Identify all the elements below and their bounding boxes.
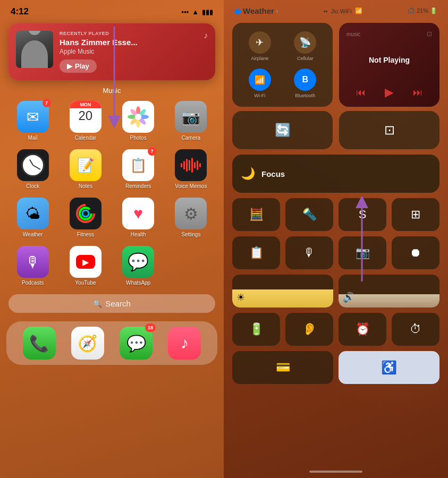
battery-icon: ▮▮▮ [202, 8, 213, 16]
play-button[interactable]: ▶ Play [60, 59, 97, 73]
cc-top-row: ✈ Airplane 📡 Cellular 📶 Wi-Fi B [232, 19, 439, 111]
app-item-podcasts[interactable]: 🎙 Podcasts [9, 246, 57, 286]
clock-hand-min [32, 165, 40, 170]
app-item-voicememos[interactable]: Voice Memos [167, 149, 215, 189]
np-next-btn[interactable]: ⏭ [413, 87, 422, 98]
hearing-icon: 👂 [302, 322, 317, 336]
clock-face [21, 153, 45, 177]
app-item-youtube[interactable]: ▶ YouTube [61, 246, 109, 286]
cc-status-bar: ◉ Weather › ▪▪ Jio WiFi 📶 🎧 21% 🔋 [232, 0, 439, 19]
calendar-label: Calendar [75, 135, 97, 141]
app-item-camera[interactable]: 📷 Camera [167, 101, 215, 141]
focus-label: Focus [261, 169, 285, 178]
podcasts-label: Podcasts [22, 280, 44, 286]
dock-app-music[interactable]: ♪ [168, 327, 201, 360]
calendar-day: 20 [79, 109, 93, 122]
cellular-circle: 📡 [294, 31, 316, 54]
app-item-notes[interactable]: 📝 Notes [61, 149, 109, 189]
location-label: Weather [243, 6, 274, 15]
airplane-btn[interactable]: ✈ Airplane [241, 31, 279, 61]
signal-icon: ▪▪▪ [181, 8, 189, 16]
focus-tile[interactable]: 🌙 Focus [232, 155, 439, 193]
app-item-settings[interactable]: ⚙ Settings [167, 198, 215, 237]
fitness-icon [70, 198, 102, 229]
rotation-icon: 🔄 [275, 123, 291, 138]
focus-moon-icon: 🌙 [241, 167, 255, 181]
accessibility-tile[interactable]: ♿ [339, 351, 439, 384]
mail-icon: ✉ 7 [17, 101, 49, 133]
music-icon: ♪ [168, 327, 201, 360]
app-grid-row3: 🌤 Weather Fitness ♥ Health [0, 198, 224, 237]
cellular-btn[interactable]: 📡 Cellular [286, 31, 325, 61]
wifi-circle: 📶 [249, 69, 271, 91]
play-icon: ▶ [67, 62, 72, 70]
app-item-weather[interactable]: 🌤 Weather [9, 198, 57, 237]
quick-notes-icon: 📋 [249, 246, 264, 260]
cc-network-label: Jio WiFi [331, 8, 352, 14]
cc-icon-row2: 📋 🎙 📷 ⏺ [232, 236, 439, 269]
photos-label: Photos [130, 135, 147, 141]
np-play-btn[interactable]: ▶ [385, 86, 394, 99]
record-tile[interactable]: ⏺ [392, 236, 439, 269]
search-icon: 🔍 [93, 300, 102, 308]
cellular-label: Cellular [297, 56, 314, 61]
app-item-clock[interactable]: Clock [9, 149, 57, 189]
bluetooth-btn[interactable]: B Bluetooth [286, 69, 325, 98]
app-item-reminders[interactable]: 📋 7 Reminders [114, 149, 163, 189]
brightness-slider[interactable]: ☀ [232, 275, 333, 308]
app-item-mail[interactable]: ✉ 7 Mail [9, 101, 57, 141]
svg-point-9 [135, 114, 141, 120]
wifi-conn-icon: 📶 [255, 75, 265, 85]
connectivity-tile: ✈ Airplane 📡 Cellular 📶 Wi-Fi B [232, 23, 333, 107]
hearing-tile[interactable]: 👂 [285, 313, 333, 346]
calculator-tile[interactable]: 🧮 [232, 198, 280, 231]
battery-tile[interactable]: 🔋 [232, 313, 280, 346]
brightness-icon: ☀ [232, 287, 249, 308]
quick-notes-tile[interactable]: 📋 [232, 236, 280, 269]
down-arrow-svg [98, 27, 130, 133]
app-item-fitness[interactable]: Fitness [61, 198, 109, 237]
wallet-icon: 💳 [276, 361, 290, 374]
reminders-icon: 📋 7 [122, 149, 154, 181]
np-prev-btn[interactable]: ⏮ [356, 87, 366, 98]
voice-memo-tile[interactable]: 🎙 [285, 236, 333, 269]
now-playing-tile: music ⊡ Not Playing ⏮ ▶ ⏭ [339, 23, 439, 107]
fitness-svg [74, 202, 97, 225]
qr-tile[interactable]: ⊞ [392, 198, 439, 231]
youtube-label: YouTube [75, 280, 96, 286]
up-arrow-svg [341, 197, 383, 292]
podcasts-icon: 🎙 [17, 246, 49, 278]
wifi-btn[interactable]: 📶 Wi-Fi [241, 69, 279, 98]
voice-memo-icon: 🎙 [303, 246, 315, 260]
timer-tile[interactable]: ⏱ [392, 313, 439, 346]
wifi-icon-cc: 📶 [355, 7, 362, 14]
alarm-tile[interactable]: ⏰ [339, 313, 386, 346]
weather-label: Weather [23, 232, 43, 237]
dock-app-messages[interactable]: 💬 18 [120, 327, 153, 360]
flashlight-tile[interactable]: 🔦 [285, 198, 333, 231]
dock-app-safari[interactable]: 🧭 [71, 327, 104, 360]
app-item-health[interactable]: ♥ Health [114, 198, 163, 237]
dock-app-phone[interactable]: 📞 [23, 327, 56, 360]
accessibility-icon: ♿ [381, 360, 397, 375]
bluetooth-icon: B [302, 75, 308, 84]
wallet-tile[interactable]: 💳 [232, 351, 333, 384]
right-panel: ◉ Weather › ▪▪ Jio WiFi 📶 🎧 21% 🔋 ✈ Airp… [224, 0, 448, 478]
screen-mirror-icon: ⊡ [384, 123, 395, 138]
cc-icon-row4: 💳 ♿ [232, 351, 439, 384]
slider-row: ☀ 🔊 [232, 275, 439, 308]
cell-signal-icon: ▪▪ [324, 8, 328, 14]
airplay-icon: ⊡ [427, 30, 432, 38]
rotation-mirror-row: 🔄 ⊡ [232, 111, 439, 149]
voicememos-label: Voice Memos [175, 183, 207, 189]
wifi-conn-label: Wi-Fi [254, 93, 265, 98]
app-grid-row4: 🎙 Podcasts ▶ YouTube 💬 WhatsApp [0, 246, 224, 286]
screen-mirror-tile[interactable]: ⊡ [339, 111, 439, 149]
search-bar[interactable]: 🔍 Search [9, 294, 215, 313]
health-label: Health [131, 232, 146, 237]
app-item-whatsapp[interactable]: 💬 WhatsApp [114, 246, 163, 286]
search-label: Search [105, 299, 131, 308]
airplane-circle: ✈ [249, 31, 271, 54]
rotation-tile[interactable]: 🔄 [232, 111, 333, 149]
record-icon: ⏺ [410, 246, 421, 260]
